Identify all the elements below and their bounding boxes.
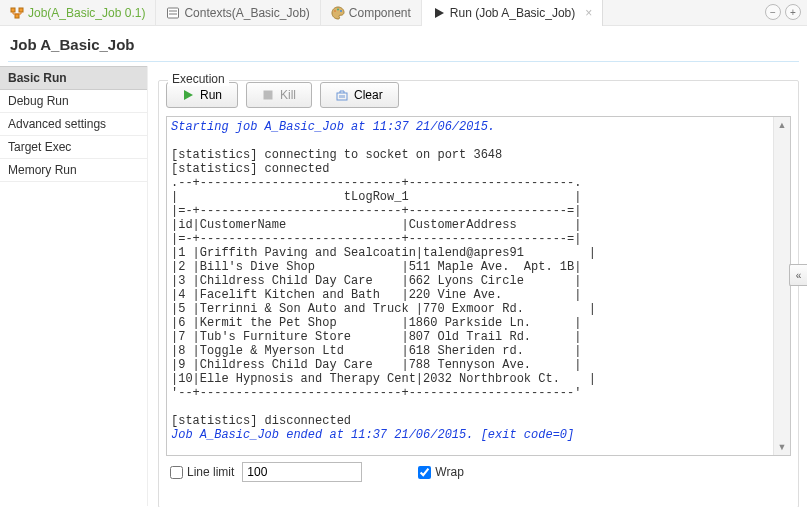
- tab-label: Job(A_Basic_Job 0.1): [28, 6, 145, 20]
- job-icon: [10, 6, 24, 20]
- contexts-icon: [166, 6, 180, 20]
- tab-component[interactable]: Component: [321, 0, 422, 26]
- title-divider: [8, 61, 799, 62]
- page-title: Job A_Basic_Job: [0, 26, 807, 61]
- svg-rect-9: [264, 91, 273, 100]
- scroll-down-icon[interactable]: ▼: [774, 439, 790, 455]
- scroll-track[interactable]: [774, 133, 790, 439]
- tab-label: Component: [349, 6, 411, 20]
- execution-group: Execution Run Kill Clear Starting job A_…: [158, 72, 799, 507]
- sidebar-item-target-exec[interactable]: Target Exec: [0, 136, 147, 159]
- wrap-text: Wrap: [435, 465, 463, 479]
- button-label: Run: [200, 88, 222, 102]
- line-limit-input[interactable]: [242, 462, 362, 482]
- collapse-panel-button[interactable]: «: [789, 264, 807, 286]
- sidebar-item-memory-run[interactable]: Memory Run: [0, 159, 147, 182]
- line-limit-checkbox-label[interactable]: Line limit: [170, 465, 234, 479]
- group-title: Execution: [168, 72, 229, 86]
- svg-rect-3: [168, 8, 179, 18]
- body-layout: Basic Run Debug Run Advanced settings Ta…: [0, 66, 807, 506]
- sidebar-item-advanced-settings[interactable]: Advanced settings: [0, 113, 147, 136]
- tab-label: Contexts(A_Basic_Job): [184, 6, 309, 20]
- kill-button[interactable]: Kill: [246, 82, 312, 108]
- clear-icon: [336, 89, 348, 101]
- button-label: Kill: [280, 88, 296, 102]
- stop-icon: [262, 89, 274, 101]
- svg-rect-1: [19, 8, 23, 12]
- sidebar-item-basic-run[interactable]: Basic Run: [0, 66, 147, 90]
- tab-bar-controls: − +: [765, 4, 801, 20]
- maximize-button[interactable]: +: [785, 4, 801, 20]
- top-tab-bar: Job(A_Basic_Job 0.1) Contexts(A_Basic_Jo…: [0, 0, 807, 26]
- svg-rect-2: [15, 14, 19, 18]
- run-sidebar: Basic Run Debug Run Advanced settings Ta…: [0, 66, 148, 506]
- tab-label: Run (Job A_Basic_Job): [450, 6, 575, 20]
- tab-run[interactable]: Run (Job A_Basic_Job) ×: [422, 0, 603, 26]
- svg-rect-0: [11, 8, 15, 12]
- svg-point-8: [340, 10, 342, 12]
- palette-icon: [331, 6, 345, 20]
- vertical-scrollbar[interactable]: ▲ ▼: [773, 117, 790, 455]
- main-panel: Execution Run Kill Clear Starting job A_…: [148, 66, 807, 506]
- scroll-up-icon[interactable]: ▲: [774, 117, 790, 133]
- play-icon: [182, 89, 194, 101]
- console-footer: Line limit Wrap: [166, 462, 791, 482]
- tab-contexts[interactable]: Contexts(A_Basic_Job): [156, 0, 320, 26]
- button-label: Clear: [354, 88, 383, 102]
- clear-button[interactable]: Clear: [320, 82, 399, 108]
- execution-toolbar: Run Kill Clear: [166, 82, 791, 108]
- console-output[interactable]: Starting job A_Basic_Job at 11:37 21/06/…: [167, 117, 790, 445]
- tab-job[interactable]: Job(A_Basic_Job 0.1): [0, 0, 156, 26]
- run-tab-icon: [432, 6, 446, 20]
- svg-point-7: [337, 8, 339, 10]
- close-tab-icon[interactable]: ×: [585, 6, 592, 20]
- line-limit-text: Line limit: [187, 465, 234, 479]
- wrap-checkbox[interactable]: [418, 466, 431, 479]
- sidebar-item-debug-run[interactable]: Debug Run: [0, 90, 147, 113]
- wrap-checkbox-label[interactable]: Wrap: [418, 465, 463, 479]
- console-container: Starting job A_Basic_Job at 11:37 21/06/…: [166, 116, 791, 456]
- minimize-button[interactable]: −: [765, 4, 781, 20]
- svg-point-6: [334, 10, 336, 12]
- line-limit-checkbox[interactable]: [170, 466, 183, 479]
